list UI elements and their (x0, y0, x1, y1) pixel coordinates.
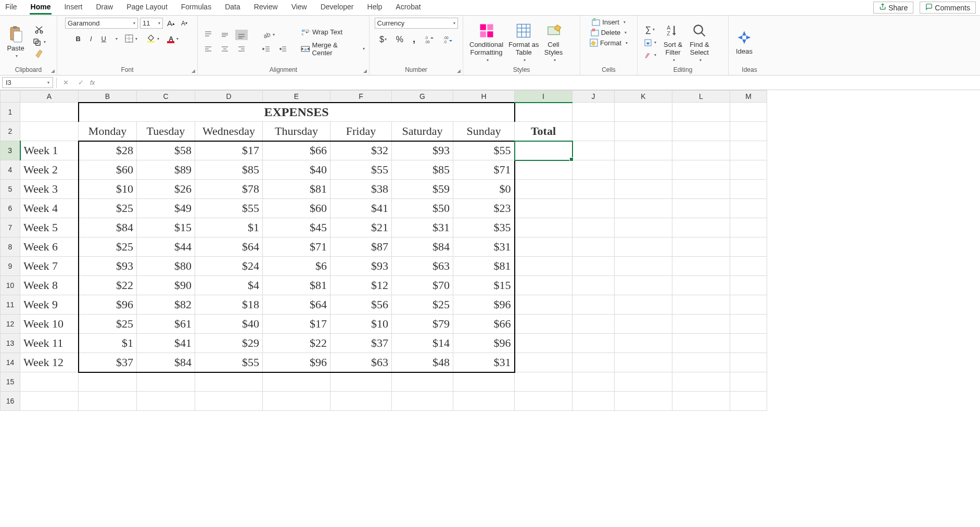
cell-H2[interactable]: Sunday (453, 122, 515, 141)
cell-A10[interactable]: Week 8 (20, 276, 79, 295)
fill-button[interactable]: ▾ (642, 37, 658, 48)
cell-K5[interactable] (615, 180, 672, 199)
cell-J12[interactable] (572, 315, 615, 334)
cell-K15[interactable] (615, 372, 672, 392)
cell-H5[interactable]: $0 (453, 180, 515, 199)
dialog-launcher-icon[interactable]: ◢ (457, 68, 461, 73)
cell-E13[interactable]: $22 (263, 334, 330, 353)
enter-formula-button[interactable]: ✓ (75, 79, 87, 86)
cell-L6[interactable] (672, 199, 730, 218)
format-as-table-button[interactable]: Format as Table▾ (506, 20, 541, 64)
cell-M4[interactable] (730, 160, 767, 180)
cell-F9[interactable]: $93 (330, 257, 392, 276)
cell-A16[interactable] (20, 392, 79, 411)
column-header-G[interactable]: G (392, 91, 453, 103)
cell-I6[interactable] (515, 199, 572, 218)
cell-A11[interactable]: Week 9 (20, 295, 79, 315)
cell-F6[interactable]: $41 (330, 199, 392, 218)
cell-H12[interactable]: $66 (453, 315, 515, 334)
cell-F8[interactable]: $87 (330, 237, 392, 257)
cell-K7[interactable] (615, 218, 672, 237)
cell-K12[interactable] (615, 315, 672, 334)
cell-B5[interactable]: $10 (79, 180, 137, 199)
cell-D7[interactable]: $1 (195, 218, 263, 237)
cell-L13[interactable] (672, 334, 730, 353)
font-size-combobox[interactable]: 11▾ (140, 18, 163, 29)
merge-center-button[interactable]: a Merge & Center ▾ (301, 41, 365, 57)
cell-H11[interactable]: $96 (453, 295, 515, 315)
cell-D8[interactable]: $64 (195, 237, 263, 257)
column-header-C[interactable]: C (137, 91, 195, 103)
cell-G13[interactable]: $14 (392, 334, 453, 353)
cell-K14[interactable] (615, 353, 672, 372)
cell-F14[interactable]: $63 (330, 353, 392, 372)
tab-formulas[interactable]: Formulas (180, 1, 212, 15)
fill-color-button[interactable]: ▾ (145, 33, 161, 44)
cell-G9[interactable]: $63 (392, 257, 453, 276)
cell-E3[interactable]: $66 (263, 141, 330, 160)
row-header-14[interactable]: 14 (1, 353, 20, 372)
cell-G3[interactable]: $93 (392, 141, 453, 160)
cell-C8[interactable]: $44 (137, 237, 195, 257)
decrease-font-button[interactable]: A▾ (179, 19, 189, 28)
orientation-button[interactable]: ab▾ (260, 30, 277, 40)
cell-H15[interactable] (453, 372, 515, 392)
cell-G12[interactable]: $79 (392, 315, 453, 334)
cell-K6[interactable] (615, 199, 672, 218)
cell-C9[interactable]: $80 (137, 257, 195, 276)
cell-E15[interactable] (263, 372, 330, 392)
column-header-F[interactable]: F (330, 91, 392, 103)
cell-G5[interactable]: $59 (392, 180, 453, 199)
cell-G11[interactable]: $25 (392, 295, 453, 315)
column-header-M[interactable]: M (730, 91, 767, 103)
tab-developer[interactable]: Developer (320, 1, 355, 15)
cell-I5[interactable] (515, 180, 572, 199)
column-header-H[interactable]: H (453, 91, 515, 103)
cell-D9[interactable]: $24 (195, 257, 263, 276)
cell-B9[interactable]: $93 (79, 257, 137, 276)
cell-B6[interactable]: $25 (79, 199, 137, 218)
cell-B15[interactable] (79, 372, 137, 392)
row-header-2[interactable]: 2 (1, 122, 20, 141)
cell-H8[interactable]: $31 (453, 237, 515, 257)
cell-I11[interactable] (515, 295, 572, 315)
autosum-button[interactable]: ∑▾ (642, 24, 658, 35)
cell-D16[interactable] (195, 392, 263, 411)
cell-J1[interactable] (572, 103, 615, 122)
decrease-indent-button[interactable] (260, 44, 273, 55)
tab-view[interactable]: View (290, 1, 308, 15)
cell-D5[interactable]: $78 (195, 180, 263, 199)
column-header-K[interactable]: K (615, 91, 672, 103)
clear-button[interactable]: ▾ (642, 50, 658, 60)
cell-M1[interactable] (730, 103, 767, 122)
cell-I10[interactable] (515, 276, 572, 295)
cell-B11[interactable]: $96 (79, 295, 137, 315)
row-header-5[interactable]: 5 (1, 180, 20, 199)
cell-H13[interactable]: $96 (453, 334, 515, 353)
tab-review[interactable]: Review (253, 1, 279, 15)
cell-A3[interactable]: Week 1 (20, 141, 79, 160)
dialog-launcher-icon[interactable]: ◢ (363, 68, 367, 73)
cell-C6[interactable]: $49 (137, 199, 195, 218)
cell-C7[interactable]: $15 (137, 218, 195, 237)
cell-L4[interactable] (672, 160, 730, 180)
cell-L9[interactable] (672, 257, 730, 276)
cell-J16[interactable] (572, 392, 615, 411)
cell-G7[interactable]: $31 (392, 218, 453, 237)
delete-cells-button[interactable]: xDelete▾ (591, 28, 627, 36)
cell-L7[interactable] (672, 218, 730, 237)
percent-format-button[interactable]: % (394, 34, 405, 45)
format-cells-button[interactable]: Format▾ (590, 39, 628, 47)
cell-J7[interactable] (572, 218, 615, 237)
italic-button[interactable]: I (88, 34, 94, 44)
cell-G6[interactable]: $50 (392, 199, 453, 218)
sort-filter-button[interactable]: AZ Sort & Filter▾ (661, 20, 684, 64)
cell-A2[interactable] (20, 122, 79, 141)
cell-J5[interactable] (572, 180, 615, 199)
cell-L3[interactable] (672, 141, 730, 160)
cell-A5[interactable]: Week 3 (20, 180, 79, 199)
cell-I15[interactable] (515, 372, 572, 392)
cell-B4[interactable]: $60 (79, 160, 137, 180)
cut-button[interactable] (30, 24, 48, 35)
align-bottom-button[interactable] (235, 30, 248, 40)
